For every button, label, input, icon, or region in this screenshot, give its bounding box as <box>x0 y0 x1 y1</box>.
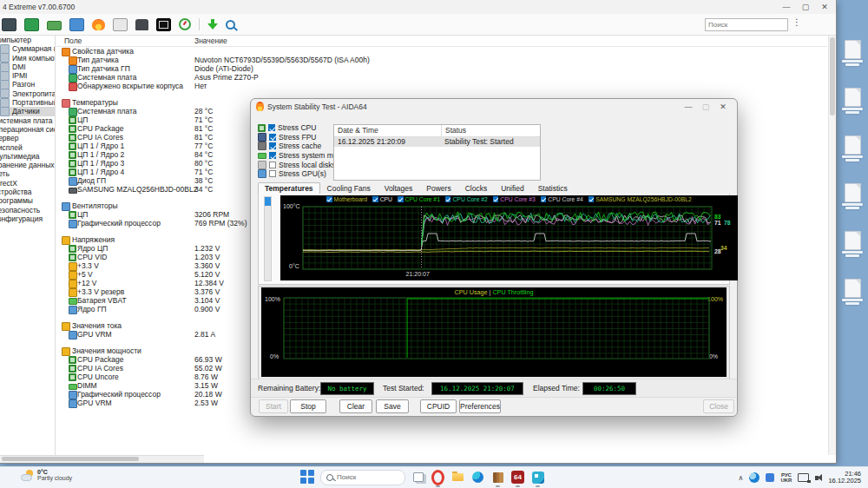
log-col-status[interactable]: Status <box>442 125 470 136</box>
dialog-titlebar[interactable]: System Stability Test - AIDA64 — ▢ ✕ <box>251 99 737 114</box>
flame-icon[interactable] <box>92 19 105 30</box>
desktop-icon[interactable] <box>840 279 865 305</box>
stress-checkbox[interactable] <box>269 162 276 168</box>
sensor-row[interactable]: Тип датчика ГПDiode (ATI-Diode) <box>56 64 827 73</box>
user-icon[interactable] <box>135 19 148 30</box>
display-icon[interactable] <box>69 18 84 31</box>
stress-checkbox[interactable] <box>269 134 276 141</box>
search-menu-icon[interactable]: ⋮ <box>792 17 801 27</box>
stress-checkbox[interactable] <box>269 170 276 177</box>
sidebar-item[interactable]: Безопасность <box>0 206 55 214</box>
edge-icon[interactable] <box>470 469 486 485</box>
sensor-row[interactable]: Тип датчикаNuvoton NCT6793D/5539D/5563D/… <box>56 56 827 64</box>
icon-label-line <box>845 111 859 114</box>
library-icon[interactable] <box>490 469 506 485</box>
horizontal-scrollbar[interactable] <box>0 455 204 463</box>
close-icon[interactable]: ✕ <box>815 0 834 13</box>
log-row[interactable]: 16.12.2025 21:20:09Stability Test: Start… <box>334 137 540 147</box>
stress-checkbox[interactable] <box>269 142 276 149</box>
graph-scrollbar[interactable] <box>264 196 272 281</box>
sensor-value: Diode (ATI-Diode) <box>194 64 253 73</box>
column-field[interactable]: Поле <box>64 36 82 45</box>
stress-checkbox[interactable] <box>268 124 275 131</box>
sensor-row[interactable]: Системная платаAsus Prime Z270-P <box>56 73 827 82</box>
gauge-icon[interactable] <box>179 18 191 30</box>
speaker-icon[interactable] <box>815 476 819 480</box>
desktop-icon[interactable] <box>840 231 865 257</box>
start-button[interactable] <box>299 469 316 485</box>
sidebar-item[interactable]: Датчики <box>0 107 55 115</box>
opera-icon[interactable] <box>430 469 446 485</box>
app-titlebar[interactable]: 4 Extreme v7.00.6700 — ▢ ✕ <box>0 0 836 15</box>
tab-cooling-fans[interactable]: Cooling Fans <box>320 182 378 194</box>
tray-browser-icon[interactable] <box>749 472 760 483</box>
dialog-minimize-icon[interactable]: — <box>680 101 697 112</box>
sidebar-item[interactable]: Мультимедиа <box>0 152 55 161</box>
ram-icon <box>69 384 77 390</box>
osd-icon[interactable] <box>156 18 171 31</box>
vertical-scrollbar[interactable] <box>828 36 836 455</box>
desktop-icon[interactable] <box>840 135 865 162</box>
sensor-label: +5 V <box>77 270 93 279</box>
desktop-icon[interactable] <box>840 88 865 114</box>
sidebar-item[interactable]: Сеть <box>0 169 55 178</box>
tab-powers[interactable]: Powers <box>419 182 457 194</box>
tray-app-icon[interactable] <box>766 473 774 482</box>
clear-button[interactable]: Clear <box>339 399 372 413</box>
sidebar-item[interactable]: Портативный ПК <box>0 98 55 107</box>
tab-temperatures[interactable]: Temperatures <box>258 182 320 194</box>
sidebar-item[interactable]: Сервер <box>0 134 55 142</box>
tray-chevron-icon[interactable]: ∧ <box>739 474 744 482</box>
sidebar-item[interactable]: Программы <box>0 196 55 205</box>
taskbar-search[interactable]: Поиск <box>320 470 405 485</box>
paint-icon[interactable] <box>529 469 546 485</box>
save-button[interactable]: Save <box>376 399 409 413</box>
language-indicator[interactable]: РУСUKR <box>780 472 792 483</box>
sidebar-item[interactable]: IPMI <box>0 71 55 80</box>
desktop-icon[interactable] <box>840 183 865 209</box>
aida64-icon[interactable]: 64 <box>510 469 526 485</box>
sidebar-item[interactable]: DMI <box>0 63 55 71</box>
sidebar-item[interactable]: Хранение данных <box>0 161 55 169</box>
board-icon[interactable] <box>24 18 39 31</box>
close-button[interactable]: Close <box>703 399 734 413</box>
tab-unified[interactable]: Unified <box>494 182 530 194</box>
network-icon[interactable] <box>798 473 809 482</box>
log-col-datetime[interactable]: Date & Time <box>334 125 442 136</box>
memory-icon[interactable] <box>47 21 62 30</box>
preferences-button[interactable]: Preferences <box>459 399 501 413</box>
sidebar-item[interactable]: Имя компьютера <box>0 54 55 63</box>
sensor-row[interactable]: Обнаружено вскрытие корпусаНет <box>56 82 827 90</box>
sidebar-item[interactable]: Компьютер <box>0 36 55 44</box>
tab-clocks[interactable]: Clocks <box>458 182 495 194</box>
column-value[interactable]: Значение <box>194 36 227 45</box>
download-icon[interactable] <box>207 19 218 30</box>
dialog-close-icon[interactable]: ✕ <box>714 101 732 112</box>
tab-statistics[interactable]: Statistics <box>531 182 575 194</box>
stress-checkbox[interactable] <box>269 152 276 159</box>
sidebar-item[interactable]: Разгон <box>0 80 55 89</box>
sidebar-item[interactable]: Суммарная информация <box>0 44 55 53</box>
stop-button[interactable]: Stop <box>290 399 326 413</box>
sidebar-item[interactable]: Устройства <box>0 188 55 196</box>
tab-voltages[interactable]: Voltages <box>378 182 420 194</box>
sidebar-item[interactable]: Дисплей <box>0 143 55 152</box>
weather-widget[interactable]: 0°C Partly cloudy <box>21 469 72 481</box>
share-icon[interactable] <box>113 18 128 31</box>
sidebar-item[interactable]: Электропитание <box>0 89 55 98</box>
task-view-icon[interactable] <box>410 469 426 485</box>
explorer-icon[interactable] <box>450 469 466 485</box>
sidebar-item[interactable]: Системная плата <box>0 116 55 125</box>
search-input[interactable] <box>705 18 788 31</box>
sidebar-item[interactable]: Конфигурация <box>0 214 55 223</box>
sidebar-item[interactable]: DirectX <box>0 179 55 188</box>
clock[interactable]: 21:46 16.12.2025 <box>828 471 861 485</box>
chip-icon[interactable] <box>2 18 16 31</box>
maximize-icon[interactable]: ▢ <box>796 0 815 13</box>
cpuid-button[interactable]: CPUID <box>420 399 457 413</box>
sensor-section[interactable]: Свойства датчика <box>56 47 827 56</box>
sidebar-item[interactable]: Операционная система <box>0 125 55 134</box>
desktop-icon[interactable] <box>840 40 865 66</box>
searchm-icon[interactable] <box>226 20 235 30</box>
minimize-icon[interactable]: — <box>777 0 796 13</box>
